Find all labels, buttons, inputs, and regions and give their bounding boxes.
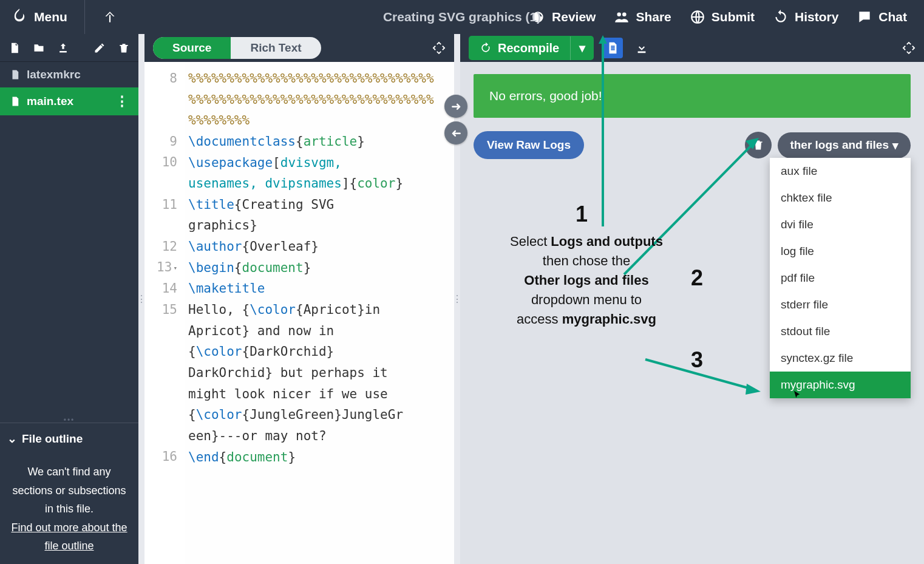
sync-to-pdf-button[interactable]: ➜ [444,95,467,118]
annotation-step-2: 2 [691,265,703,291]
fullscreen-editor-icon[interactable] [432,41,446,55]
editor-mode-segment: Source Rich Text [153,37,321,59]
dropdown-item-aux[interactable]: aux file [770,158,911,185]
logs-outputs-button[interactable] [602,38,623,58]
svg-point-1 [617,12,622,16]
logs-file-icon [606,41,619,55]
new-folder-icon[interactable] [33,41,45,55]
annotation-text: Select Logs and outputs then chose the O… [471,232,702,328]
submit-globe-icon [690,9,705,25]
home-button[interactable] [102,9,118,25]
file-row-main-tex[interactable]: main.tex ⋮ [0,87,138,115]
overleaf-logo-icon [11,7,28,27]
caret-down-icon: ▾ [892,138,899,152]
pdf-logs-panel: Recompile ▾ No errors, good job! View Ra… [460,34,924,564]
clear-cache-button[interactable] [745,132,772,158]
file-panel: latexmkrc main.tex ⋮ ⌄ File outline We c… [0,34,138,564]
recompile-button[interactable]: Recompile [469,36,571,60]
chat-button[interactable]: Chat [857,9,907,25]
dropdown-item-stdout[interactable]: stdout file [770,318,911,345]
history-icon [773,9,789,25]
separator [84,0,85,34]
file-row-latexmkrc[interactable]: latexmkrc [0,62,138,87]
file-outline-panel: ⌄ File outline We can't find any section… [0,423,138,564]
compile-toolbar: Recompile ▾ [460,34,924,62]
share-users-icon [614,9,630,25]
sync-to-code-button[interactable]: ➜ [444,121,467,144]
source-tab[interactable]: Source [153,37,231,59]
menu-button[interactable]: Menu [11,7,67,27]
vertical-splitter-left[interactable] [138,34,144,564]
delete-trash-icon[interactable] [118,41,130,55]
svg-marker-9 [746,384,761,395]
share-button[interactable]: Share [614,9,671,25]
fullscreen-pdf-icon[interactable] [902,41,916,55]
dropdown-item-synctex[interactable]: synctex.gz file [770,345,911,372]
rename-pencil-icon[interactable] [93,41,106,55]
file-actions-bar [0,34,138,62]
share-label: Share [636,10,671,24]
dropdown-item-log[interactable]: log file [770,238,911,265]
file-outline-title: File outline [22,432,83,446]
dropdown-item-dvi[interactable]: dvi file [770,211,911,238]
dropdown-item-stderr[interactable]: stderr file [770,291,911,318]
outline-empty-text: We can't find any sections or subsection… [7,463,131,518]
download-icon [635,41,648,55]
trash-icon [752,139,764,151]
other-logs-files-button[interactable]: ther logs and files▾ [778,132,911,158]
file-icon [10,96,21,107]
chat-label: Chat [878,10,907,24]
recompile-button-group: Recompile ▾ [469,36,594,60]
chat-bubble-icon [857,9,872,25]
file-name: latexmkrc [27,68,81,81]
other-logs-label: ther logs and files [790,138,889,152]
download-pdf-button[interactable] [631,38,652,58]
submit-label: Submit [712,10,755,24]
file-menu-icon[interactable]: ⋮ [115,93,129,109]
sync-arrows: ➜ ➜ [444,95,467,144]
code-editor[interactable]: 8 9 10 11 12 13 14 15 16 %%%%%%%%%%%%%%%… [144,62,454,564]
upload-file-icon[interactable] [57,41,69,55]
cursor-pointer-icon [791,390,803,402]
editor-toolbar: Source Rich Text [144,34,454,62]
recompile-refresh-icon [480,42,492,54]
svg-point-2 [623,12,627,16]
history-label: History [795,10,838,24]
up-arrow-home-icon [102,9,118,25]
chevron-down-icon: ⌄ [7,432,17,446]
logs-area: No errors, good job! View Raw Logs ther … [460,62,924,564]
annotation-step-1: 1 [576,202,588,227]
other-logs-dropdown: aux file chktex file dvi file log file p… [770,158,911,398]
horizontal-splitter[interactable] [0,418,138,423]
code-body[interactable]: %%%%%%%%%%%%%%%%%%%%%%%%%%%%%%%% %%%%%%%… [185,62,438,564]
submit-button[interactable]: Submit [690,9,755,25]
menu-label: Menu [34,10,67,24]
top-toolbar: Menu Creating SVG graphics (1) Review Sh… [0,0,924,34]
dropdown-item-chktex[interactable]: chktex file [770,185,911,211]
review-label: Review [552,10,596,24]
file-outline-toggle[interactable]: ⌄ File outline [7,432,131,446]
outline-help-link[interactable]: Find out more about the file outline [11,522,127,552]
file-name: main.tex [27,95,73,108]
editor-panel: Source Rich Text 8 9 10 11 12 13 14 15 1… [144,34,454,564]
project-title[interactable]: Creating SVG graphics (1) [383,10,541,24]
recompile-dropdown-caret[interactable]: ▾ [571,36,594,60]
dropdown-item-pdf[interactable]: pdf file [770,265,911,291]
compile-status-banner: No errors, good job! [474,74,911,118]
history-button[interactable]: History [773,9,838,25]
view-raw-logs-button[interactable]: View Raw Logs [474,131,584,159]
file-icon [10,69,21,80]
file-tree: latexmkrc main.tex ⋮ [0,62,138,115]
line-number-gutter: 8 9 10 11 12 13 14 15 16 [144,62,185,564]
annotation-step-3: 3 [691,347,703,373]
new-file-icon[interactable] [8,41,21,55]
recompile-label: Recompile [498,41,559,55]
svg-line-6 [624,142,755,274]
svg-rect-0 [109,15,110,22]
rich-text-tab[interactable]: Rich Text [231,37,321,59]
